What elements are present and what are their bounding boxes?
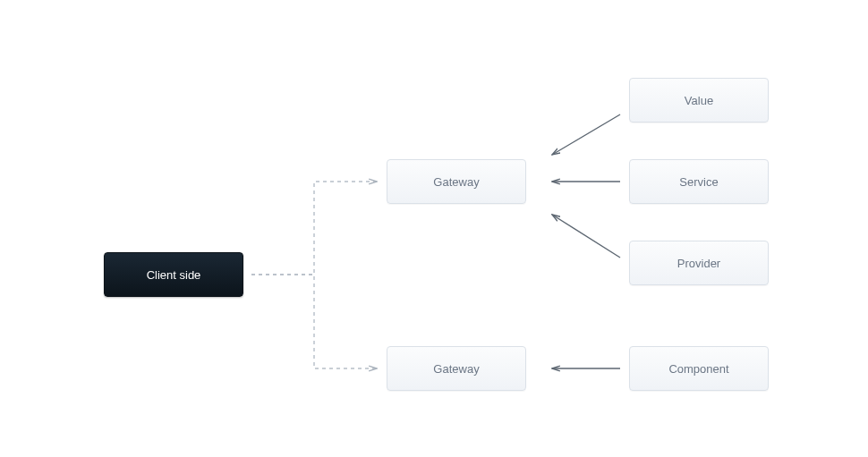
node-gateway-1: Gateway	[387, 159, 526, 204]
node-label: Value	[685, 94, 713, 107]
diagram-canvas: Client side Gateway Gateway Value Servic…	[0, 0, 868, 457]
node-value: Value	[629, 78, 769, 123]
edge-value-gateway1	[552, 114, 620, 155]
node-label: Service	[679, 175, 718, 189]
edge-provider-gateway1	[552, 215, 620, 258]
node-label: Client side	[147, 268, 201, 282]
node-label: Component	[668, 362, 728, 376]
node-gateway-2: Gateway	[387, 346, 526, 391]
node-label: Gateway	[433, 175, 479, 189]
node-provider: Provider	[629, 241, 769, 285]
node-client-side: Client side	[104, 252, 243, 297]
node-component: Component	[629, 346, 769, 391]
node-service: Service	[629, 159, 769, 204]
edge-client-gateway2	[251, 275, 377, 368]
node-label: Provider	[677, 257, 720, 270]
edge-client-gateway1	[251, 182, 377, 275]
node-label: Gateway	[433, 362, 479, 376]
